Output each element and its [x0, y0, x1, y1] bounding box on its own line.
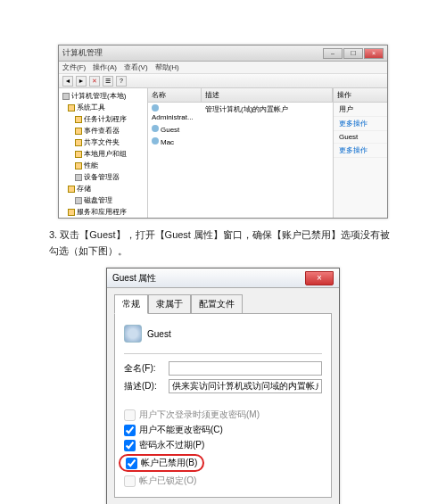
tree-item[interactable]: 磁盘管理: [61, 194, 145, 206]
instruction-text: 3. 双击【Guest】，打开【Guest 属性】窗口，确保【账户已禁用】选项没…: [49, 227, 397, 259]
list-row[interactable]: Administrat...管理计算机(域)的内置帐户: [148, 103, 333, 123]
highlighted-option: 帐户已禁用(B): [119, 454, 204, 472]
tab-general[interactable]: 常规: [114, 294, 148, 314]
col-name[interactable]: 名称: [148, 88, 202, 102]
menu-file[interactable]: 文件(F): [62, 62, 86, 72]
dialog-title: Guest 属性: [112, 272, 156, 285]
tree-item[interactable]: 性能: [61, 160, 145, 171]
refresh-icon[interactable]: ✕: [89, 76, 100, 87]
folder-icon: [75, 151, 82, 158]
fullname-label: 全名(F):: [124, 362, 165, 375]
actions-item[interactable]: 更多操作: [334, 117, 387, 131]
menu-view[interactable]: 查看(V): [124, 62, 148, 72]
tree-item[interactable]: 共享文件夹: [61, 136, 145, 148]
tree-item[interactable]: 服务和应用程序: [61, 206, 145, 218]
list-row[interactable]: Mac: [148, 136, 333, 148]
checkbox-label: 用户下次登录时须更改密码(M): [139, 409, 260, 421]
tree-item[interactable]: 计算机管理(本地): [61, 90, 145, 102]
user-icon: [152, 125, 159, 132]
toolbar: ◄ ► ✕ ☰ ?: [59, 74, 387, 88]
checkbox-label: 密码永不过期(P): [139, 439, 204, 451]
tab-body: Guest 全名(F): 描述(D): 用户下次登录时须更改密码(M)用户不能更…: [114, 313, 332, 498]
folder-icon: [75, 162, 82, 169]
help-icon[interactable]: ?: [116, 76, 127, 87]
maximize-button[interactable]: ☐: [343, 48, 363, 59]
user-icon: [124, 325, 142, 343]
tree-item[interactable]: 存储: [61, 183, 145, 194]
folder-icon: [75, 116, 82, 123]
tab-profile[interactable]: 配置文件: [191, 294, 243, 314]
checkbox-row[interactable]: 帐户已禁用(B): [124, 454, 322, 472]
user-icon: [152, 104, 159, 112]
username-label: Guest: [147, 329, 171, 339]
folder-icon: [68, 104, 75, 112]
titlebar[interactable]: 计算机管理 – ☐ ×: [59, 45, 387, 62]
folder-icon: [68, 209, 75, 216]
checkbox: [124, 409, 136, 421]
checkbox-row: 帐户已锁定(O): [124, 475, 322, 487]
folder-icon: [68, 186, 75, 193]
actions-item[interactable]: 用户: [334, 103, 387, 117]
dialog-titlebar[interactable]: Guest 属性 ×: [107, 269, 339, 288]
tree-item[interactable]: 本地用户和组: [61, 148, 145, 160]
menu-help[interactable]: 帮助(H): [155, 62, 179, 72]
guest-properties-dialog: Guest 属性 × 常规 隶属于 配置文件 Guest 全名(F): 描述(D…: [106, 268, 340, 504]
minimize-button[interactable]: –: [323, 48, 343, 59]
close-button[interactable]: ×: [305, 271, 334, 285]
actions-panel: 操作 用户 更多操作 Guest 更多操作: [334, 88, 387, 218]
list-header: 名称 描述: [148, 88, 333, 103]
checkbox-label: 帐户已锁定(O): [139, 475, 196, 487]
back-icon[interactable]: ◄: [62, 76, 73, 87]
tab-memberof[interactable]: 隶属于: [148, 294, 191, 314]
tree-panel[interactable]: 计算机管理(本地)系统工具任务计划程序事件查看器共享文件夹本地用户和组性能设备管…: [59, 88, 148, 218]
list-row[interactable]: Guest: [148, 123, 333, 136]
actions-item[interactable]: Guest: [334, 131, 387, 144]
description-input[interactable]: [169, 379, 322, 393]
checkbox-label: 帐户已禁用(B): [141, 457, 197, 469]
tree-item[interactable]: 任务计划程序: [61, 113, 145, 125]
col-desc[interactable]: 描述: [202, 88, 333, 102]
fullname-input[interactable]: [169, 361, 322, 376]
forward-icon[interactable]: ►: [76, 76, 87, 87]
checkbox-label: 用户不能更改密码(C): [139, 424, 223, 436]
checkbox[interactable]: [126, 458, 137, 469]
checkbox-row: 用户下次登录时须更改密码(M): [124, 409, 322, 421]
close-button[interactable]: ×: [364, 48, 384, 59]
tree-item[interactable]: 系统工具: [61, 102, 145, 113]
actions-item[interactable]: 更多操作: [334, 144, 387, 158]
checkbox-row[interactable]: 用户不能更改密码(C): [124, 424, 322, 436]
folder-icon: [75, 139, 82, 146]
tree-item[interactable]: 设备管理器: [61, 171, 145, 183]
menu-action[interactable]: 操作(A): [93, 62, 117, 72]
folder-icon: [75, 128, 82, 135]
folder-icon: [62, 93, 70, 100]
checkbox: [124, 475, 136, 487]
checkbox[interactable]: [124, 440, 136, 451]
options-icon[interactable]: ☰: [103, 76, 113, 87]
list-panel[interactable]: 名称 描述 Administrat...管理计算机(域)的内置帐户GuestMa…: [148, 88, 334, 218]
user-icon: [152, 137, 159, 145]
computer-management-window: 计算机管理 – ☐ × 文件(F) 操作(A) 查看(V) 帮助(H) ◄ ► …: [58, 45, 388, 219]
checkbox-row[interactable]: 密码永不过期(P): [124, 439, 322, 451]
tree-item[interactable]: 事件查看器: [61, 125, 145, 136]
checkbox[interactable]: [124, 425, 136, 436]
window-title: 计算机管理: [62, 47, 103, 59]
menubar: 文件(F) 操作(A) 查看(V) 帮助(H): [59, 62, 387, 74]
folder-icon: [75, 197, 82, 204]
actions-header: 操作: [334, 88, 387, 103]
tab-bar: 常规 隶属于 配置文件: [107, 288, 339, 313]
description-label: 描述(D):: [124, 380, 165, 392]
folder-icon: [75, 174, 82, 181]
